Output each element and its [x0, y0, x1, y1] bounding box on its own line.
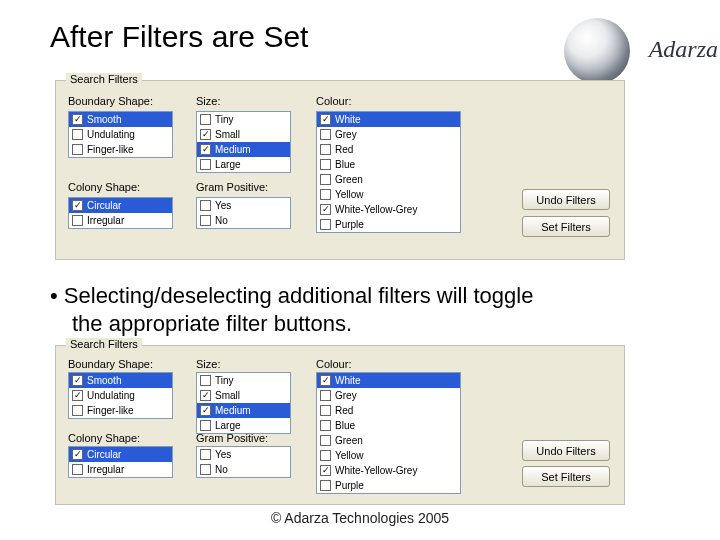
checkbox-icon[interactable]: ✓ [72, 390, 83, 401]
checkbox-icon[interactable] [200, 215, 211, 226]
boundary-listbox[interactable]: ✓SmoothUndulatingFinger-like [68, 111, 173, 158]
list-item[interactable]: Tiny [197, 373, 290, 388]
list-item[interactable]: Grey [317, 388, 460, 403]
list-item[interactable]: ✓Medium [197, 142, 290, 157]
size-listbox-2[interactable]: Tiny✓Small✓MediumLarge [196, 372, 291, 434]
list-item-label: Circular [87, 198, 121, 213]
list-item[interactable]: Irregular [69, 462, 172, 477]
list-item-label: Small [215, 388, 240, 403]
colour-listbox[interactable]: ✓WhiteGreyRedBlueGreenYellow✓White-Yello… [316, 111, 461, 233]
bullet-line-1: Selecting/deselecting additional filters… [64, 283, 534, 308]
list-item[interactable]: No [197, 213, 290, 228]
checkbox-icon[interactable] [320, 480, 331, 491]
boundary-listbox-2[interactable]: ✓Smooth✓UndulatingFinger-like [68, 372, 173, 419]
list-item[interactable]: ✓Small [197, 388, 290, 403]
list-item[interactable]: Large [197, 418, 290, 433]
checkbox-icon[interactable] [200, 420, 211, 431]
colour-listbox-2[interactable]: ✓WhiteGreyRedBlueGreenYellow✓White-Yello… [316, 372, 461, 494]
checkbox-icon[interactable] [320, 144, 331, 155]
list-item[interactable]: Finger-like [69, 142, 172, 157]
list-item[interactable]: Yellow [317, 448, 460, 463]
list-item[interactable]: ✓Small [197, 127, 290, 142]
size-listbox[interactable]: Tiny✓Small✓MediumLarge [196, 111, 291, 173]
list-item[interactable]: ✓White [317, 112, 460, 127]
checkbox-icon[interactable] [320, 219, 331, 230]
checkbox-icon[interactable] [72, 464, 83, 475]
checkbox-icon[interactable]: ✓ [72, 449, 83, 460]
list-item[interactable]: ✓Circular [69, 447, 172, 462]
list-item[interactable]: ✓Circular [69, 198, 172, 213]
checkbox-icon[interactable] [200, 375, 211, 386]
checkbox-icon[interactable]: ✓ [72, 200, 83, 211]
checkbox-icon[interactable]: ✓ [320, 204, 331, 215]
list-item[interactable]: ✓White-Yellow-Grey [317, 463, 460, 478]
checkbox-icon[interactable]: ✓ [200, 129, 211, 140]
list-item[interactable]: Yellow [317, 187, 460, 202]
list-item[interactable]: Blue [317, 157, 460, 172]
checkbox-icon[interactable] [200, 114, 211, 125]
checkbox-icon[interactable] [200, 449, 211, 460]
list-item[interactable]: ✓Medium [197, 403, 290, 418]
checkbox-icon[interactable] [320, 129, 331, 140]
list-item[interactable]: Purple [317, 478, 460, 493]
checkbox-icon[interactable] [320, 450, 331, 461]
checkbox-icon[interactable] [320, 420, 331, 431]
list-item-label: Smooth [87, 112, 121, 127]
list-item[interactable]: Green [317, 172, 460, 187]
checkbox-icon[interactable] [200, 200, 211, 211]
checkbox-icon[interactable]: ✓ [320, 375, 331, 386]
checkbox-icon[interactable]: ✓ [72, 114, 83, 125]
logo-sphere [564, 18, 630, 84]
gram-listbox-2[interactable]: YesNo [196, 446, 291, 478]
checkbox-icon[interactable] [320, 435, 331, 446]
list-item-label: Irregular [87, 462, 124, 477]
list-item[interactable]: Purple [317, 217, 460, 232]
colony-label-2: Colony Shape: [68, 432, 140, 444]
list-item[interactable]: Green [317, 433, 460, 448]
undo-filters-button-2[interactable]: Undo Filters [522, 440, 610, 461]
list-item[interactable]: ✓Undulating [69, 388, 172, 403]
list-item[interactable]: Blue [317, 418, 460, 433]
list-item[interactable]: Irregular [69, 213, 172, 228]
list-item-label: Large [215, 157, 241, 172]
checkbox-icon[interactable] [72, 144, 83, 155]
checkbox-icon[interactable] [320, 189, 331, 200]
checkbox-icon[interactable]: ✓ [200, 144, 211, 155]
list-item[interactable]: Red [317, 403, 460, 418]
checkbox-icon[interactable]: ✓ [200, 390, 211, 401]
list-item[interactable]: Yes [197, 447, 290, 462]
checkbox-icon[interactable] [200, 464, 211, 475]
checkbox-icon[interactable] [320, 174, 331, 185]
checkbox-icon[interactable] [200, 159, 211, 170]
list-item[interactable]: Red [317, 142, 460, 157]
list-item-label: Medium [215, 403, 251, 418]
list-item[interactable]: ✓White-Yellow-Grey [317, 202, 460, 217]
checkbox-icon[interactable] [320, 390, 331, 401]
checkbox-icon[interactable]: ✓ [320, 114, 331, 125]
set-filters-button-2[interactable]: Set Filters [522, 466, 610, 487]
checkbox-icon[interactable] [72, 405, 83, 416]
list-item-label: Blue [335, 418, 355, 433]
checkbox-icon[interactable]: ✓ [200, 405, 211, 416]
checkbox-icon[interactable] [320, 159, 331, 170]
list-item[interactable]: ✓Smooth [69, 112, 172, 127]
list-item[interactable]: Finger-like [69, 403, 172, 418]
checkbox-icon[interactable]: ✓ [320, 465, 331, 476]
list-item[interactable]: ✓White [317, 373, 460, 388]
list-item[interactable]: Tiny [197, 112, 290, 127]
checkbox-icon[interactable] [320, 405, 331, 416]
list-item[interactable]: ✓Smooth [69, 373, 172, 388]
colony-listbox[interactable]: ✓CircularIrregular [68, 197, 173, 229]
list-item[interactable]: Grey [317, 127, 460, 142]
checkbox-icon[interactable]: ✓ [72, 375, 83, 386]
list-item[interactable]: Yes [197, 198, 290, 213]
list-item[interactable]: No [197, 462, 290, 477]
gram-listbox[interactable]: YesNo [196, 197, 291, 229]
checkbox-icon[interactable] [72, 129, 83, 140]
undo-filters-button[interactable]: Undo Filters [522, 189, 610, 210]
set-filters-button[interactable]: Set Filters [522, 216, 610, 237]
checkbox-icon[interactable] [72, 215, 83, 226]
list-item[interactable]: Undulating [69, 127, 172, 142]
colony-listbox-2[interactable]: ✓CircularIrregular [68, 446, 173, 478]
list-item[interactable]: Large [197, 157, 290, 172]
